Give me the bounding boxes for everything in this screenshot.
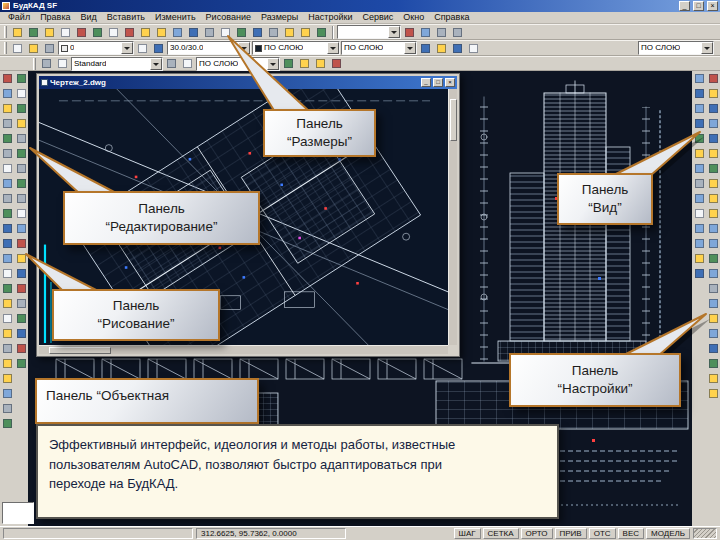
view-bottom-icon[interactable] (706, 251, 720, 266)
status-toggle-lineweight[interactable]: ВЕС (618, 528, 644, 539)
window-titlebar[interactable]: БудКАД SF _ □ × (0, 0, 720, 12)
lengthen-icon[interactable] (14, 206, 28, 221)
view-front-icon[interactable] (706, 296, 720, 311)
options-icon[interactable] (692, 251, 706, 266)
redraw-view-icon[interactable] (402, 25, 417, 40)
doc-maximize-button[interactable]: □ (433, 78, 443, 87)
zoom-out-icon[interactable] (706, 161, 720, 176)
redo-icon[interactable] (186, 25, 201, 40)
make-layer-current-icon[interactable] (42, 41, 57, 56)
status-toggle-otrack[interactable]: ОТС (589, 528, 616, 539)
zoom-dynamic-icon[interactable] (706, 86, 720, 101)
table-icon[interactable] (0, 341, 14, 356)
toolbar-grip[interactable] (33, 58, 36, 70)
chevron-down-icon[interactable] (327, 42, 339, 54)
customize-ui-icon[interactable] (692, 266, 706, 281)
match-properties-icon[interactable] (154, 25, 169, 40)
zoom-object-icon[interactable] (706, 131, 720, 146)
zoom-scale-icon[interactable] (706, 101, 720, 116)
plot-style-icon[interactable] (450, 41, 465, 56)
view-back-icon[interactable] (706, 311, 720, 326)
point-icon[interactable] (0, 281, 14, 296)
view-sw-iso-icon[interactable] (706, 326, 720, 341)
linetype-combo[interactable]: ПО СЛОЮ (341, 41, 417, 55)
view-top-icon[interactable] (706, 236, 720, 251)
view-se-iso-icon[interactable] (706, 341, 720, 356)
chevron-down-icon[interactable] (121, 42, 133, 54)
close-button[interactable]: × (707, 1, 718, 11)
status-toggle-grid[interactable]: СЕТКА (483, 528, 519, 539)
snap-settings-icon[interactable] (692, 71, 706, 86)
dim-continue-icon[interactable] (281, 56, 296, 71)
dim-style-icon[interactable] (313, 56, 328, 71)
dim-scale-combo[interactable]: 30.0/30.0 (167, 41, 251, 55)
menu-dimensions[interactable]: Размеры (256, 12, 303, 23)
layer-properties-icon[interactable] (692, 161, 706, 176)
rectangle-icon[interactable] (0, 146, 14, 161)
pan-point-icon[interactable] (706, 206, 720, 221)
arc-icon[interactable] (0, 161, 14, 176)
multiline-icon[interactable] (0, 101, 14, 116)
doc-close-button[interactable]: × (445, 78, 455, 87)
chevron-down-icon[interactable] (404, 42, 416, 54)
linetype-manager-icon[interactable] (418, 41, 433, 56)
dim-aligned-icon[interactable] (55, 56, 70, 71)
break-at-point-icon[interactable] (14, 251, 28, 266)
minimize-button[interactable]: _ (679, 1, 690, 11)
ole-object-icon[interactable] (218, 25, 233, 40)
named-view-combo[interactable] (337, 25, 401, 39)
paste-icon[interactable] (138, 25, 153, 40)
dim-angular-icon[interactable] (180, 56, 195, 71)
status-toggle-model[interactable]: МОДЕЛЬ (646, 528, 690, 539)
cut-icon[interactable] (106, 25, 121, 40)
menu-insert[interactable]: Вставить (102, 12, 150, 23)
zoom-realtime-icon[interactable] (250, 25, 265, 40)
print-icon[interactable] (58, 25, 73, 40)
circle-icon[interactable] (0, 176, 14, 191)
help-icon[interactable] (314, 25, 329, 40)
revision-cloud-icon[interactable] (0, 191, 14, 206)
menu-settings[interactable]: Настройки (303, 12, 357, 23)
3d-orbit-icon[interactable] (450, 25, 465, 40)
rotate-icon[interactable] (14, 161, 28, 176)
polygon-icon[interactable] (0, 131, 14, 146)
menu-window[interactable]: Окно (398, 12, 429, 23)
copy-icon[interactable] (122, 25, 137, 40)
view-nw-iso-icon[interactable] (706, 371, 720, 386)
dim-linear-icon[interactable] (39, 56, 54, 71)
offset-icon[interactable] (14, 116, 28, 131)
status-toggle-snap[interactable]: ШАГ (454, 528, 481, 539)
maximize-button[interactable]: □ (693, 1, 704, 11)
divide-icon[interactable] (0, 386, 14, 401)
ellipse-icon[interactable] (0, 221, 14, 236)
copy-object-icon[interactable] (14, 86, 28, 101)
make-block-icon[interactable] (0, 266, 14, 281)
osnap-settings-icon[interactable] (692, 101, 706, 116)
chevron-down-icon[interactable] (238, 42, 250, 54)
command-line-input[interactable] (2, 502, 34, 524)
quick-dim-icon[interactable] (329, 56, 344, 71)
view-right-icon[interactable] (706, 281, 720, 296)
3d-orbit-icon[interactable] (706, 386, 720, 401)
multiline-style-icon[interactable] (692, 236, 706, 251)
chevron-down-icon[interactable] (150, 58, 162, 70)
vertical-scrollbar[interactable] (448, 89, 457, 345)
dimension-style-icon[interactable] (692, 206, 706, 221)
polar-settings-icon[interactable] (692, 116, 706, 131)
regen-view-icon[interactable] (418, 25, 433, 40)
lineweight-settings-icon[interactable] (434, 41, 449, 56)
chevron-down-icon[interactable] (701, 42, 713, 54)
vertical-scrollbar-thumb[interactable] (450, 99, 457, 141)
view-ne-iso-icon[interactable] (706, 356, 720, 371)
trim-icon[interactable] (14, 221, 28, 236)
zoom-in-icon[interactable] (706, 146, 720, 161)
chevron-down-icon[interactable] (267, 58, 279, 70)
array-icon[interactable] (14, 131, 28, 146)
layers-manager-icon[interactable] (10, 41, 25, 56)
status-toggle-ortho[interactable]: ОРТО (521, 528, 553, 539)
explode-icon[interactable] (14, 326, 28, 341)
edit-spline-icon[interactable] (14, 356, 28, 371)
horizontal-scrollbar[interactable] (39, 345, 448, 354)
resize-grip[interactable] (693, 528, 717, 539)
zoom-window-icon[interactable] (706, 71, 720, 86)
